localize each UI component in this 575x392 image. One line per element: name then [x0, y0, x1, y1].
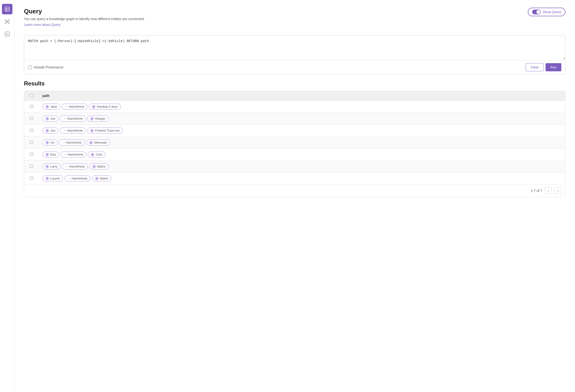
show-query-label: Show Query [543, 10, 561, 14]
results-table: path Jane→HasVehicleHardtop 2-doorJoe→Ha… [24, 91, 565, 184]
header-row: Query You can query a knowledge graph to… [24, 8, 565, 31]
row-checkbox[interactable] [30, 129, 33, 132]
node-label: Larry [50, 165, 57, 168]
node-circle-icon [91, 153, 94, 156]
include-provenance-checkbox[interactable] [28, 65, 32, 69]
node-chip: Joe [42, 116, 58, 122]
node-chip: Uri [42, 139, 57, 146]
pagination-label: 1-7 of 7 [531, 189, 542, 193]
node-label: Hardtop 2-door [97, 105, 118, 109]
svg-line-12 [8, 22, 8, 23]
node-chip: Hardtop 2-door [89, 104, 121, 109]
clear-button[interactable]: Clear [526, 63, 544, 71]
sidebar-icon-graph[interactable] [2, 16, 12, 27]
row-checkbox[interactable] [30, 153, 33, 156]
node-circle-icon [46, 165, 49, 168]
path-cell: Lauren→HasVehicleMatrix [42, 175, 561, 181]
node-chip: Silverado [86, 139, 110, 146]
row-checkbox[interactable] [30, 165, 33, 168]
edge-label: HasVehicle [66, 141, 82, 144]
node-label: Ranger [95, 117, 105, 120]
node-chip: Civic [88, 152, 105, 157]
node-label: Matrix [97, 165, 106, 168]
results-title: Results [24, 80, 565, 87]
table-row: Larry→HasVehicleMatrix [24, 161, 565, 173]
include-provenance-label[interactable]: Include Provenance [28, 65, 64, 69]
svg-point-7 [5, 22, 6, 23]
node-circle-icon [46, 177, 49, 180]
edge-label: HasVehicle [68, 153, 83, 156]
row-checkbox-cell [24, 113, 39, 125]
node-circle-icon [46, 129, 49, 132]
node-circle-icon [46, 117, 49, 120]
svg-point-5 [5, 20, 6, 21]
node-chip: Firebird Trans Am [87, 128, 123, 133]
arrow-icon: → [64, 153, 67, 156]
node-circle-icon [90, 129, 94, 132]
main-content: Query You can query a knowledge graph to… [14, 0, 575, 392]
node-circle-icon [46, 105, 49, 109]
show-query-toggle-button[interactable]: Show Query [528, 8, 565, 16]
pagination-row: 1-7 of 7 ‹ › [24, 184, 565, 197]
row-path-cell: Larry→HasVehicleMatrix [39, 161, 565, 173]
arrow-icon: → [65, 165, 68, 168]
table-row: Uri→HasVehicleSilverado [24, 137, 565, 149]
page-title: Query [24, 8, 145, 15]
query-textarea[interactable]: MATCH path = (:Person)-[:HasVehicle]->(:… [24, 35, 565, 59]
arrow-icon: → [65, 105, 68, 109]
edge-label: HasVehicle [67, 129, 83, 132]
node-label: Matrix [100, 177, 108, 180]
edge-chip: →HasVehicle [60, 116, 86, 122]
sidebar [0, 0, 14, 392]
row-checkbox[interactable] [30, 105, 33, 108]
sidebar-icon-table[interactable] [2, 4, 12, 14]
node-circle-icon [46, 153, 49, 156]
learn-more-link[interactable]: Learn more about Query [24, 23, 61, 26]
row-checkbox-cell [24, 125, 39, 137]
row-checkbox-cell [24, 137, 39, 149]
edge-chip: →HasVehicle [64, 175, 90, 181]
row-checkbox[interactable] [30, 117, 33, 120]
node-label: Uri [50, 141, 54, 144]
row-path-cell: Joe→HasVehicleRanger [39, 113, 565, 125]
node-label: Joe [50, 117, 55, 120]
row-checkbox-cell [24, 149, 39, 161]
select-all-checkbox[interactable] [30, 94, 33, 97]
node-circle-icon [90, 117, 94, 120]
row-path-cell: Uri→HasVehicleSilverado [39, 137, 565, 149]
node-circle-icon [89, 141, 93, 144]
path-cell: Jane→HasVehicleHardtop 2-door [42, 104, 561, 109]
node-chip: Jane [42, 104, 60, 109]
app-container: Query You can query a knowledge graph to… [0, 0, 575, 392]
edge-chip: →HasVehicle [62, 104, 87, 109]
row-checkbox-cell [24, 161, 39, 173]
node-circle-icon [46, 141, 49, 144]
edge-label: HasVehicle [72, 177, 87, 180]
svg-point-6 [8, 20, 9, 21]
query-editor-container: MATCH path = (:Person)-[:HasVehicle]->(:… [24, 35, 565, 74]
pagination-next-button[interactable]: › [555, 187, 561, 194]
node-label: Firebird Trans Am [95, 129, 120, 132]
row-path-cell: Jane→HasVehicleHardtop 2-door [39, 101, 565, 113]
edge-chip: →HasVehicle [59, 139, 85, 146]
header-left: Query You can query a knowledge graph to… [24, 8, 145, 31]
arrow-icon: → [63, 117, 66, 120]
svg-line-11 [6, 22, 7, 23]
results-table-container: path Jane→HasVehicleHardtop 2-doorJoe→Ha… [24, 91, 565, 197]
pagination-prev-button[interactable]: ‹ [545, 187, 552, 194]
path-cell: Larry→HasVehicleMatrix [42, 163, 561, 170]
table-row: Joe→HasVehicleFirebird Trans Am [24, 125, 565, 137]
node-chip: Matrix [92, 175, 111, 181]
row-checkbox[interactable] [30, 177, 33, 180]
edge-label: HasVehicle [69, 105, 84, 109]
row-checkbox-cell [24, 101, 39, 113]
header-path-col: path [39, 91, 565, 101]
svg-point-8 [8, 22, 9, 23]
page-subtitle: You can query a knowledge graph to ident… [24, 17, 145, 21]
sidebar-icon-chart[interactable] [2, 29, 12, 39]
run-button[interactable]: Run [546, 63, 561, 71]
row-checkbox[interactable] [30, 141, 33, 144]
toggle-switch [532, 10, 541, 14]
node-label: Jane [50, 105, 57, 109]
row-path-cell: Etta→HasVehicleCivic [39, 149, 565, 161]
